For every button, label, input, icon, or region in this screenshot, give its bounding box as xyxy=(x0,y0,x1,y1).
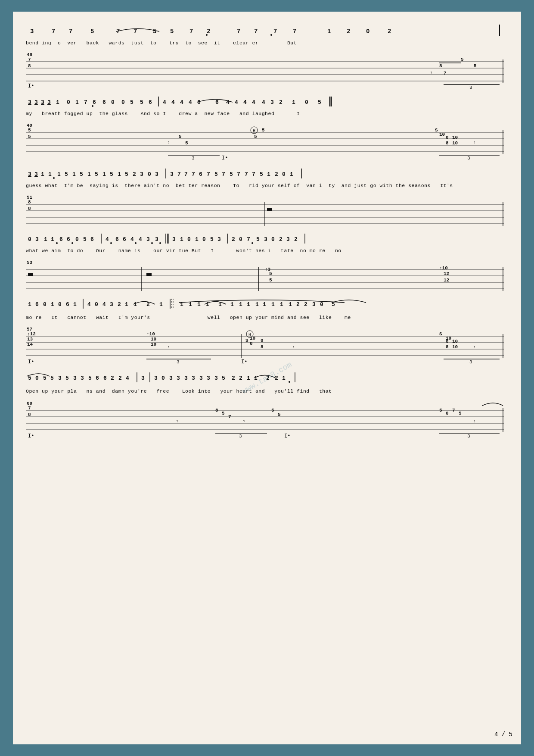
svg-text:10: 10 xyxy=(151,342,156,347)
svg-text:5: 5 xyxy=(110,171,113,178)
svg-text:5: 5 xyxy=(28,375,31,381)
svg-text:7: 7 xyxy=(52,28,55,35)
svg-text:1: 1 xyxy=(218,301,222,308)
svg-text:1: 1 xyxy=(44,236,47,243)
svg-text:7: 7 xyxy=(28,57,31,62)
svg-text:1: 1 xyxy=(51,301,54,308)
svg-text:2: 2 xyxy=(133,171,136,178)
svg-text:3: 3 xyxy=(47,99,51,106)
svg-text:5: 5 xyxy=(28,134,31,139)
svg-text:3: 3 xyxy=(239,434,242,439)
svg-text:0: 0 xyxy=(148,171,151,178)
svg-text:5: 5 xyxy=(185,141,188,146)
svg-text:𝄾: 𝄾 xyxy=(431,72,432,74)
svg-text:5: 5 xyxy=(269,271,272,276)
tab-numbers-svg-7: 1 6 0 1 0 6 1 4 0 4 3 2 1 1 2 1 1 xyxy=(26,297,504,312)
svg-text:7: 7 xyxy=(293,28,296,35)
svg-text:1: 1 xyxy=(159,301,163,308)
svg-text:0: 0 xyxy=(271,236,275,243)
svg-text:1: 1 xyxy=(247,375,250,381)
svg-point-161 xyxy=(110,242,112,244)
svg-text:3: 3 xyxy=(217,236,221,243)
svg-text:53: 53 xyxy=(27,260,33,265)
svg-text:3: 3 xyxy=(467,156,470,161)
svg-text:1: 1 xyxy=(41,171,44,178)
svg-text:I•: I• xyxy=(284,433,290,439)
svg-text:8: 8 xyxy=(261,338,264,343)
svg-text:2: 2 xyxy=(388,28,391,35)
svg-text:𝄾: 𝄾 xyxy=(177,420,178,422)
svg-text:3: 3 xyxy=(34,99,38,106)
svg-text:3: 3 xyxy=(207,375,210,381)
svg-text:0: 0 xyxy=(161,375,165,381)
svg-text:𝄾: 𝄾 xyxy=(168,346,170,348)
svg-text:𝄾: 𝄾 xyxy=(293,346,295,348)
lyrics-3: guess what I'm be saying is there ain't … xyxy=(26,182,508,189)
svg-text:7: 7 xyxy=(184,171,188,178)
svg-text:5: 5 xyxy=(43,375,47,381)
svg-text:1: 1 xyxy=(254,375,258,381)
section-2: 3 3 3 3 1 0 1 7 6 6 0 0 5 5 6 4 4 4 4 6 … xyxy=(26,94,508,117)
svg-text:0: 0 xyxy=(75,236,79,243)
svg-text:3: 3 xyxy=(270,99,274,106)
svg-text:5: 5 xyxy=(65,171,68,178)
svg-text:7: 7 xyxy=(192,171,195,178)
lyrics-5: what we aim to do Our name is our vir tu… xyxy=(26,247,508,254)
svg-text:3: 3 xyxy=(469,85,472,90)
svg-point-152 xyxy=(56,242,58,244)
svg-text:10: 10 xyxy=(452,344,458,350)
svg-text:5: 5 xyxy=(269,278,272,283)
svg-text:5: 5 xyxy=(459,411,462,416)
svg-text:10: 10 xyxy=(439,132,445,137)
svg-text:3: 3 xyxy=(146,236,150,243)
svg-text:4: 4 xyxy=(226,99,230,106)
staff-svg-60: 60 7 8 𝄾 8 5 7 𝄾 3 I• 5 5 5 0 xyxy=(26,400,504,440)
svg-rect-197 xyxy=(28,273,33,276)
svg-text:5: 5 xyxy=(461,57,464,62)
svg-text:3: 3 xyxy=(172,236,176,243)
svg-text:1: 1 xyxy=(72,171,76,178)
svg-text:3: 3 xyxy=(184,375,188,381)
svg-text:8: 8 xyxy=(446,141,449,146)
svg-text:3: 3 xyxy=(286,236,290,243)
svg-text:0: 0 xyxy=(67,99,70,106)
svg-text:7: 7 xyxy=(177,171,181,178)
svg-text:2: 2 xyxy=(279,99,283,106)
svg-text:2: 2 xyxy=(111,375,114,381)
staff-section-60: 60 7 8 𝄾 8 5 7 𝄾 3 I• 5 5 5 0 xyxy=(26,400,508,443)
svg-text:3: 3 xyxy=(312,301,316,308)
svg-text:1: 1 xyxy=(247,301,250,308)
svg-text:3: 3 xyxy=(467,434,470,439)
svg-text:1: 1 xyxy=(134,301,137,308)
svg-point-47 xyxy=(92,105,93,107)
staff-svg-49: 49 5 5 𝄾 5 5 3 H 5 5 I• S 10 8 xyxy=(26,122,504,162)
svg-text:0: 0 xyxy=(282,171,286,178)
svg-text:4: 4 xyxy=(130,236,134,243)
svg-text:6: 6 xyxy=(115,236,119,243)
page-number: 4 / 5 xyxy=(494,731,512,738)
svg-text:6: 6 xyxy=(66,301,69,308)
svg-text:1: 1 xyxy=(102,171,106,178)
svg-point-170 xyxy=(159,242,161,244)
svg-text:4: 4 xyxy=(87,301,91,308)
svg-text:7: 7 xyxy=(69,28,72,35)
svg-point-15 xyxy=(270,34,272,36)
svg-text:7: 7 xyxy=(228,414,231,419)
section-3: 3 3 1 1 1 5 1 5 1 5 1 5 1 5 2 3 0 3 3 7 … xyxy=(26,166,508,189)
svg-text:1: 1 xyxy=(195,236,199,243)
svg-text:10: 10 xyxy=(452,339,458,344)
svg-text:1: 1 xyxy=(282,375,286,381)
tab-numbers-svg-3: 3 3 1 1 1 5 1 5 1 5 1 5 1 5 2 3 0 3 3 7 … xyxy=(26,166,504,180)
svg-text:1: 1 xyxy=(206,301,209,308)
svg-text:7: 7 xyxy=(222,171,225,178)
svg-text:5: 5 xyxy=(271,408,274,413)
svg-text:0: 0 xyxy=(58,301,62,308)
svg-text:4: 4 xyxy=(262,99,265,106)
svg-text:5: 5 xyxy=(179,134,182,139)
svg-text:0: 0 xyxy=(446,411,449,416)
svg-text:3: 3 xyxy=(110,301,113,308)
svg-text:↑12: ↑12 xyxy=(27,331,36,337)
svg-text:2: 2 xyxy=(207,28,210,35)
svg-text:1: 1 xyxy=(28,301,31,308)
svg-text:𝄾: 𝄾 xyxy=(243,420,245,422)
